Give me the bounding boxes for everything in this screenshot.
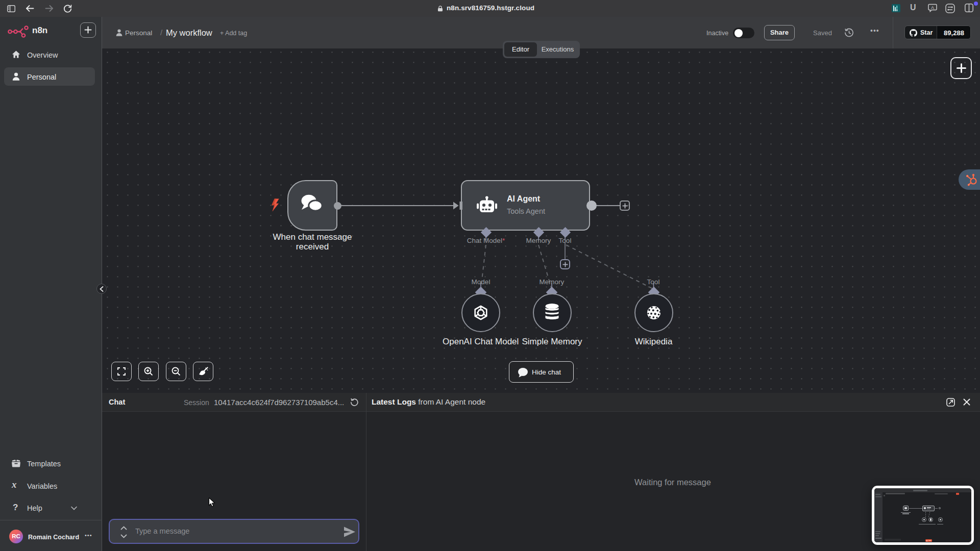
svg-text:A: A [931, 5, 934, 10]
